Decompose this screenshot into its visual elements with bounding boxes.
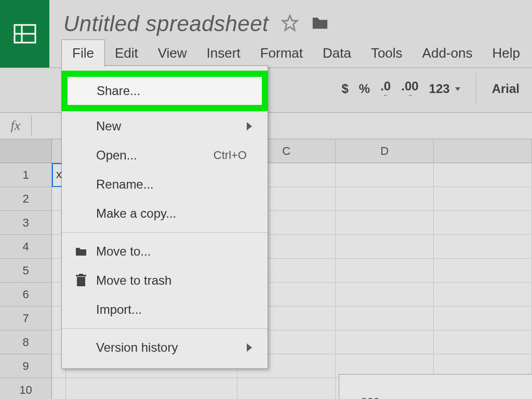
star-icon[interactable] [281, 14, 299, 34]
submenu-arrow-icon [247, 343, 252, 352]
svg-rect-4 [77, 277, 85, 286]
font-family-selector[interactable]: Arial [492, 82, 520, 96]
more-formats-button[interactable]: 123 [429, 82, 460, 96]
cell[interactable] [237, 378, 336, 399]
cell[interactable] [434, 163, 532, 187]
column-header[interactable]: D [336, 139, 434, 163]
fx-label: fx [0, 118, 31, 134]
row-header[interactable]: 1 [0, 163, 52, 187]
row-header[interactable]: 4 [0, 235, 52, 259]
row-header[interactable]: 7 [0, 307, 52, 330]
menu-insert[interactable]: Insert [197, 39, 250, 67]
menu-view[interactable]: View [148, 39, 197, 67]
cell[interactable] [434, 235, 532, 259]
cell[interactable] [336, 330, 434, 354]
file-menu-version-history[interactable]: Version history [62, 333, 268, 362]
cell[interactable] [336, 283, 434, 307]
file-menu-move-to[interactable]: Move to... [62, 237, 268, 266]
format-percent-button[interactable]: % [359, 82, 370, 96]
file-menu-import[interactable]: Import... [62, 295, 268, 324]
cell[interactable] [52, 378, 66, 399]
menu-data[interactable]: Data [313, 39, 361, 67]
file-menu-dropdown: New Open... Ctrl+O Rename... Make a copy… [61, 65, 268, 369]
row-header[interactable]: 9 [0, 354, 52, 378]
cell[interactable] [66, 378, 238, 399]
row-header[interactable]: 3 [0, 211, 52, 235]
cell[interactable] [336, 211, 434, 235]
submenu-arrow-icon [247, 122, 252, 130]
cell[interactable] [336, 235, 434, 259]
svg-rect-6 [79, 274, 83, 275]
menu-separator [62, 328, 268, 329]
column-header[interactable] [434, 139, 532, 163]
select-all-corner[interactable] [0, 139, 52, 163]
cell[interactable] [336, 163, 434, 187]
cell[interactable] [434, 259, 532, 283]
row-header[interactable]: 6 [0, 283, 52, 307]
chart-y-tick: 200 [354, 395, 380, 399]
menu-format[interactable]: Format [250, 39, 313, 67]
cell[interactable] [434, 211, 532, 235]
increase-decimal-button[interactable]: .00→ [401, 80, 418, 98]
file-menu-make-copy[interactable]: Make a copy... [62, 199, 268, 228]
cell[interactable] [336, 187, 434, 211]
file-menu-share[interactable]: Share... [68, 77, 262, 105]
decrease-decimal-button[interactable]: .0← [380, 80, 391, 98]
row-header[interactable]: 8 [0, 330, 52, 354]
cell[interactable] [434, 330, 532, 354]
trash-icon [73, 274, 89, 287]
file-menu-open[interactable]: Open... Ctrl+O [62, 141, 268, 170]
format-currency-button[interactable]: $ [342, 82, 349, 96]
menubar: File Edit View Insert Format Data Tools … [58, 39, 530, 67]
menu-edit[interactable]: Edit [105, 39, 148, 67]
toolbar-separator [476, 73, 476, 104]
shortcut-label: Ctrl+O [214, 149, 247, 162]
cell[interactable] [336, 307, 434, 330]
file-menu-move-to-trash[interactable]: Move to trash [62, 266, 268, 295]
folder-icon[interactable] [311, 15, 329, 33]
cell[interactable] [434, 283, 532, 307]
embedded-chart[interactable]: 200 150 [339, 374, 532, 399]
cell[interactable] [434, 307, 532, 330]
app-logo[interactable] [0, 0, 49, 68]
cell[interactable] [336, 259, 434, 283]
menu-file[interactable]: File [61, 39, 105, 67]
menu-help[interactable]: Help [482, 39, 529, 67]
menu-tools[interactable]: Tools [361, 39, 413, 67]
file-menu-rename[interactable]: Rename... [62, 170, 268, 199]
sheets-icon [13, 22, 37, 46]
svg-marker-3 [283, 16, 297, 30]
cell[interactable] [434, 187, 532, 211]
row-header[interactable]: 10 [0, 378, 52, 399]
row-header[interactable]: 2 [0, 187, 52, 211]
row-header[interactable]: 5 [0, 259, 52, 283]
file-menu-new[interactable]: New [62, 112, 268, 141]
chevron-down-icon [455, 87, 460, 91]
document-title[interactable]: Untitled spreadsheet [63, 11, 269, 36]
menu-addons[interactable]: Add-ons [413, 39, 483, 67]
menu-separator [62, 232, 268, 233]
folder-icon [73, 246, 89, 257]
